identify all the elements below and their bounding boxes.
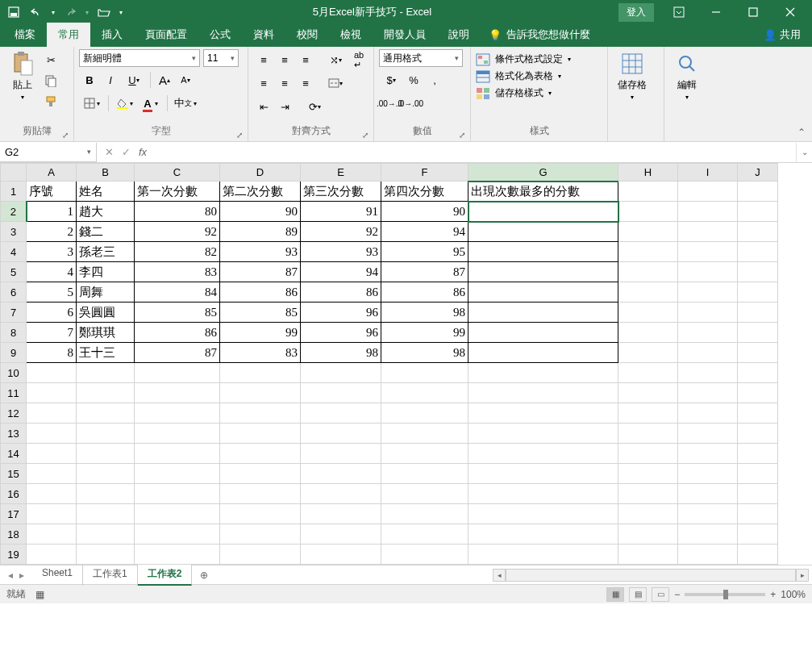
row-header[interactable]: 12 [1,403,27,424]
cell[interactable]: 第三次分數 [301,182,381,202]
cell[interactable] [678,242,738,262]
orientation-button[interactable]: ⤭▾ [323,50,348,69]
formula-input[interactable] [155,144,796,161]
cell[interactable] [738,403,778,424]
align-bottom-button[interactable]: ≡ [296,50,315,69]
cell[interactable] [135,383,220,403]
cell[interactable] [77,504,135,524]
save-icon[interactable] [3,2,24,22]
cell[interactable] [301,545,381,565]
row-header[interactable]: 4 [1,242,27,262]
cell[interactable] [468,323,618,343]
cell[interactable] [738,323,778,343]
cell[interactable]: 80 [135,202,220,222]
cell[interactable] [738,424,778,444]
cell[interactable] [135,484,220,504]
row-header[interactable]: 14 [1,444,27,464]
conditional-format-button[interactable]: 條件式格式設定▾ [476,52,571,66]
row-header[interactable]: 16 [1,484,27,504]
cell[interactable]: 出現次數最多的分數 [468,182,618,202]
row-header[interactable]: 1 [1,182,27,202]
add-sheet-button[interactable]: ⊕ [192,570,216,581]
tab-help[interactable]: 說明 [437,23,481,47]
cell[interactable] [220,524,301,545]
cell[interactable] [618,343,678,363]
cell[interactable] [77,545,135,565]
cell[interactable] [135,524,220,545]
row-header[interactable]: 13 [1,424,27,444]
font-name-combo[interactable]: 新細明體▾ [79,49,200,67]
cell[interactable] [220,403,301,424]
zoom-level[interactable]: 100% [781,589,806,600]
cell[interactable] [618,222,678,242]
cell[interactable] [738,444,778,464]
cancel-formula-icon[interactable]: ✕ [105,146,114,158]
launcher-icon[interactable]: ⤢ [362,131,369,140]
column-header[interactable]: F [381,164,468,182]
cell[interactable]: 98 [301,343,381,363]
cell[interactable] [77,424,135,444]
cell[interactable] [618,303,678,323]
column-header[interactable]: A [27,164,77,182]
row-header[interactable]: 11 [1,383,27,403]
increase-decimal-button[interactable]: .00→.0 [380,94,399,113]
normal-view-button[interactable]: ▦ [606,587,624,602]
cell[interactable] [220,464,301,484]
cell-styles-button[interactable]: 儲存格樣式▾ [476,86,552,100]
cell[interactable] [220,504,301,524]
redo-dropdown-icon[interactable]: ▾ [82,2,92,22]
cell[interactable] [77,403,135,424]
zoom-out-button[interactable]: − [674,589,680,600]
cell[interactable] [618,262,678,282]
cell[interactable]: 89 [220,222,301,242]
qat-customize-icon[interactable]: ▾ [116,2,126,22]
cell[interactable] [135,424,220,444]
cell[interactable] [77,363,135,383]
cell[interactable] [618,545,678,565]
cell[interactable]: 99 [220,323,301,343]
page-break-view-button[interactable]: ▭ [652,587,669,602]
fill-color-button[interactable]: ▾ [113,94,137,113]
cell[interactable] [678,383,738,403]
cell[interactable] [77,444,135,464]
column-header[interactable]: C [135,164,220,182]
cell[interactable]: 趙大 [77,202,135,222]
cell[interactable] [468,484,618,504]
cell[interactable] [678,363,738,383]
tab-insert[interactable]: 插入 [90,23,134,47]
cell[interactable]: 第四次分數 [381,182,468,202]
cell[interactable]: 第二次分數 [220,182,301,202]
cell[interactable] [220,383,301,403]
number-format-combo[interactable]: 通用格式▾ [379,49,463,67]
cell[interactable] [468,343,618,363]
column-header[interactable]: I [678,164,738,182]
cell[interactable] [220,444,301,464]
tab-data[interactable]: 資料 [242,23,285,47]
cell[interactable] [301,444,381,464]
cell[interactable]: 90 [220,202,301,222]
cell[interactable] [618,242,678,262]
cell[interactable] [618,464,678,484]
cell[interactable]: 6 [27,303,77,323]
cell[interactable] [77,484,135,504]
cell[interactable] [135,545,220,565]
cell[interactable] [301,484,381,504]
launcher-icon[interactable]: ⤢ [236,131,243,140]
copy-icon[interactable] [41,71,60,90]
bold-button[interactable]: B [80,70,99,90]
cell[interactable] [678,323,738,343]
column-header[interactable]: J [738,164,778,182]
cell[interactable]: 83 [135,262,220,282]
cell[interactable]: 王十三 [77,343,135,363]
cell[interactable] [468,262,618,282]
cell[interactable] [738,242,778,262]
tab-home[interactable]: 常用 [47,23,90,47]
cell[interactable] [381,403,468,424]
enter-formula-icon[interactable]: ✓ [122,146,131,158]
cell[interactable] [618,524,678,545]
row-header[interactable]: 9 [1,343,27,363]
cell[interactable] [135,464,220,484]
cell[interactable] [27,424,77,444]
fx-icon[interactable]: fx [139,146,147,158]
underline-button[interactable]: U ▾ [122,70,146,90]
